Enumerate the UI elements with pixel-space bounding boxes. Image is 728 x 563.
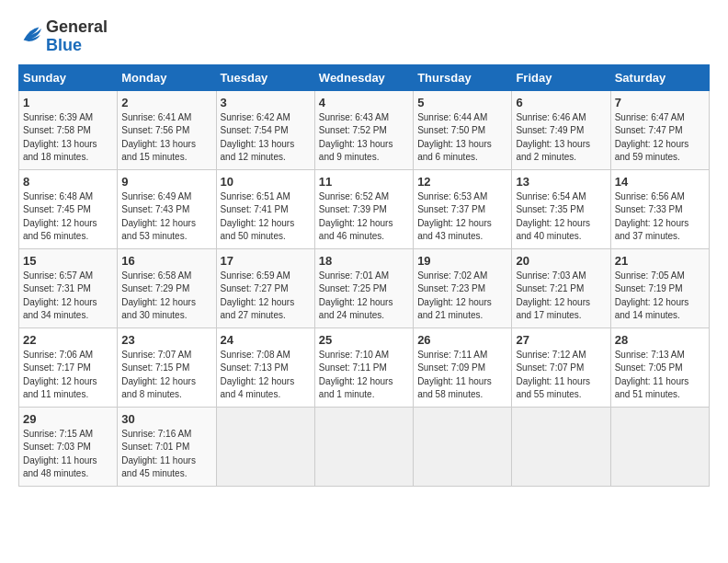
day-info: Sunrise: 7:11 AM Sunset: 7:09 PM Dayligh… <box>417 349 507 402</box>
day-header-thursday: Thursday <box>414 64 512 90</box>
day-header-monday: Monday <box>118 64 216 90</box>
day-info: Sunrise: 7:15 AM Sunset: 7:03 PM Dayligh… <box>23 428 113 481</box>
day-cell: 26Sunrise: 7:11 AM Sunset: 7:09 PM Dayli… <box>414 327 512 407</box>
day-cell: 17Sunrise: 6:59 AM Sunset: 7:27 PM Dayli… <box>216 248 314 327</box>
day-number: 8 <box>23 175 113 189</box>
day-info: Sunrise: 7:08 AM Sunset: 7:13 PM Dayligh… <box>221 349 311 402</box>
day-cell: 9Sunrise: 6:49 AM Sunset: 7:43 PM Daylig… <box>118 169 216 248</box>
day-header-wednesday: Wednesday <box>314 64 413 90</box>
day-cell: 24Sunrise: 7:08 AM Sunset: 7:13 PM Dayli… <box>216 327 314 407</box>
day-info: Sunrise: 7:02 AM Sunset: 7:23 PM Dayligh… <box>417 270 507 323</box>
day-cell: 27Sunrise: 7:12 AM Sunset: 7:07 PM Dayli… <box>512 327 610 407</box>
day-header-saturday: Saturday <box>610 64 709 90</box>
logo: General Blue <box>18 18 108 55</box>
day-info: Sunrise: 6:56 AM Sunset: 7:33 PM Dayligh… <box>615 190 705 244</box>
day-info: Sunrise: 6:41 AM Sunset: 7:56 PM Dayligh… <box>121 111 211 165</box>
day-cell: 4Sunrise: 6:43 AM Sunset: 7:52 PM Daylig… <box>314 90 413 169</box>
day-cell: 29Sunrise: 7:15 AM Sunset: 7:03 PM Dayli… <box>19 407 118 486</box>
day-cell: 5Sunrise: 6:44 AM Sunset: 7:50 PM Daylig… <box>414 90 512 169</box>
day-number: 26 <box>417 333 507 347</box>
day-info: Sunrise: 7:03 AM Sunset: 7:21 PM Dayligh… <box>516 270 606 323</box>
day-number: 13 <box>516 175 606 189</box>
day-number: 25 <box>319 333 409 347</box>
day-number: 18 <box>319 254 409 268</box>
day-number: 23 <box>121 333 211 347</box>
day-cell: 23Sunrise: 7:07 AM Sunset: 7:15 PM Dayli… <box>118 327 216 407</box>
empty-cell <box>216 407 314 486</box>
day-info: Sunrise: 6:52 AM Sunset: 7:39 PM Dayligh… <box>319 190 409 244</box>
day-info: Sunrise: 6:58 AM Sunset: 7:29 PM Dayligh… <box>121 270 211 323</box>
day-header-tuesday: Tuesday <box>216 64 314 90</box>
day-number: 24 <box>221 333 311 347</box>
day-number: 10 <box>221 175 311 189</box>
day-number: 2 <box>121 96 211 109</box>
day-number: 12 <box>417 175 507 189</box>
day-cell: 8Sunrise: 6:48 AM Sunset: 7:45 PM Daylig… <box>19 169 118 248</box>
day-header-sunday: Sunday <box>19 64 118 90</box>
day-info: Sunrise: 7:07 AM Sunset: 7:15 PM Dayligh… <box>121 349 211 402</box>
day-info: Sunrise: 7:12 AM Sunset: 7:07 PM Dayligh… <box>516 349 606 402</box>
day-cell: 1Sunrise: 6:39 AM Sunset: 7:58 PM Daylig… <box>19 90 118 169</box>
day-number: 30 <box>121 412 211 426</box>
day-number: 28 <box>615 333 705 347</box>
day-cell: 25Sunrise: 7:10 AM Sunset: 7:11 PM Dayli… <box>314 327 413 407</box>
day-info: Sunrise: 6:57 AM Sunset: 7:31 PM Dayligh… <box>23 270 113 323</box>
day-info: Sunrise: 7:16 AM Sunset: 7:01 PM Dayligh… <box>121 428 211 481</box>
calendar-table: SundayMondayTuesdayWednesdayThursdayFrid… <box>18 64 710 487</box>
day-info: Sunrise: 6:48 AM Sunset: 7:45 PM Dayligh… <box>23 190 113 244</box>
day-cell: 21Sunrise: 7:05 AM Sunset: 7:19 PM Dayli… <box>610 248 709 327</box>
day-cell: 7Sunrise: 6:47 AM Sunset: 7:47 PM Daylig… <box>610 90 709 169</box>
day-cell: 6Sunrise: 6:46 AM Sunset: 7:49 PM Daylig… <box>512 90 610 169</box>
day-info: Sunrise: 7:05 AM Sunset: 7:19 PM Dayligh… <box>615 270 705 323</box>
day-number: 17 <box>221 254 311 268</box>
day-info: Sunrise: 6:39 AM Sunset: 7:58 PM Dayligh… <box>23 111 113 165</box>
day-cell: 28Sunrise: 7:13 AM Sunset: 7:05 PM Dayli… <box>610 327 709 407</box>
empty-cell <box>512 407 610 486</box>
day-header-friday: Friday <box>512 64 610 90</box>
day-cell: 13Sunrise: 6:54 AM Sunset: 7:35 PM Dayli… <box>512 169 610 248</box>
day-info: Sunrise: 6:49 AM Sunset: 7:43 PM Dayligh… <box>121 190 211 244</box>
day-number: 19 <box>417 254 507 268</box>
day-number: 4 <box>319 96 409 109</box>
day-number: 11 <box>319 175 409 189</box>
day-cell: 3Sunrise: 6:42 AM Sunset: 7:54 PM Daylig… <box>216 90 314 169</box>
day-info: Sunrise: 7:13 AM Sunset: 7:05 PM Dayligh… <box>615 349 705 402</box>
day-cell: 12Sunrise: 6:53 AM Sunset: 7:37 PM Dayli… <box>414 169 512 248</box>
page-header: General Blue <box>18 18 710 55</box>
day-number: 15 <box>23 254 113 268</box>
day-cell: 30Sunrise: 7:16 AM Sunset: 7:01 PM Dayli… <box>118 407 216 486</box>
day-info: Sunrise: 7:01 AM Sunset: 7:25 PM Dayligh… <box>319 270 409 323</box>
day-number: 9 <box>121 175 211 189</box>
day-number: 7 <box>615 96 705 109</box>
calendar-week-row: 1Sunrise: 6:39 AM Sunset: 7:58 PM Daylig… <box>19 90 710 169</box>
day-info: Sunrise: 6:59 AM Sunset: 7:27 PM Dayligh… <box>221 270 311 323</box>
day-cell: 19Sunrise: 7:02 AM Sunset: 7:23 PM Dayli… <box>414 248 512 327</box>
logo-text: General Blue <box>46 18 108 55</box>
day-info: Sunrise: 6:43 AM Sunset: 7:52 PM Dayligh… <box>319 111 409 165</box>
day-cell: 16Sunrise: 6:58 AM Sunset: 7:29 PM Dayli… <box>118 248 216 327</box>
day-info: Sunrise: 6:51 AM Sunset: 7:41 PM Dayligh… <box>221 190 311 244</box>
day-cell: 10Sunrise: 6:51 AM Sunset: 7:41 PM Dayli… <box>216 169 314 248</box>
empty-cell <box>414 407 512 486</box>
day-number: 6 <box>516 96 606 109</box>
day-number: 16 <box>121 254 211 268</box>
calendar-week-row: 8Sunrise: 6:48 AM Sunset: 7:45 PM Daylig… <box>19 169 710 248</box>
day-number: 3 <box>221 96 311 109</box>
empty-cell <box>610 407 709 486</box>
day-number: 1 <box>23 96 113 109</box>
day-info: Sunrise: 7:06 AM Sunset: 7:17 PM Dayligh… <box>23 349 113 402</box>
calendar-week-row: 15Sunrise: 6:57 AM Sunset: 7:31 PM Dayli… <box>19 248 710 327</box>
day-cell: 14Sunrise: 6:56 AM Sunset: 7:33 PM Dayli… <box>610 169 709 248</box>
day-cell: 15Sunrise: 6:57 AM Sunset: 7:31 PM Dayli… <box>19 248 118 327</box>
day-number: 14 <box>615 175 705 189</box>
day-info: Sunrise: 6:47 AM Sunset: 7:47 PM Dayligh… <box>615 111 705 165</box>
day-cell: 18Sunrise: 7:01 AM Sunset: 7:25 PM Dayli… <box>314 248 413 327</box>
day-info: Sunrise: 7:10 AM Sunset: 7:11 PM Dayligh… <box>319 349 409 402</box>
day-info: Sunrise: 6:54 AM Sunset: 7:35 PM Dayligh… <box>516 190 606 244</box>
day-number: 20 <box>516 254 606 268</box>
day-number: 22 <box>23 333 113 347</box>
day-cell: 20Sunrise: 7:03 AM Sunset: 7:21 PM Dayli… <box>512 248 610 327</box>
day-number: 29 <box>23 412 113 426</box>
day-number: 21 <box>615 254 705 268</box>
day-number: 27 <box>516 333 606 347</box>
